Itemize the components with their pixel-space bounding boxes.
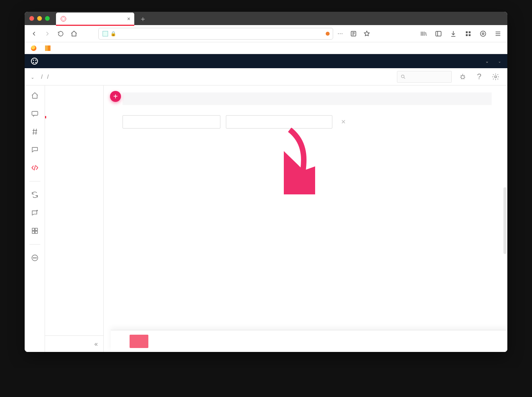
svg-point-7 — [482, 33, 484, 34]
rows-bottom — [123, 132, 492, 136]
svg-rect-13 — [32, 228, 34, 230]
key-input[interactable] — [123, 115, 220, 129]
library-icon[interactable] — [419, 29, 428, 38]
sidenav-getting-started[interactable] — [45, 120, 103, 125]
remove-row-icon[interactable]: ✕ — [341, 118, 346, 125]
grid-icon[interactable] — [463, 29, 473, 38]
help-icon[interactable]: ? — [474, 71, 485, 82]
bookmark-getting-started[interactable] — [31, 45, 39, 51]
rail-notify-icon[interactable] — [29, 207, 40, 218]
dev-dot-icon — [326, 32, 330, 36]
sidenav-configure[interactable] — [45, 114, 103, 120]
rail-sync-icon[interactable] — [29, 189, 40, 200]
svg-rect-16 — [35, 231, 37, 234]
account-selector[interactable]: ⌄ — [31, 74, 34, 80]
browser-toolbar: 🔒 ⋯ — [25, 25, 507, 42]
page-actions-icon[interactable]: ⋯ — [335, 29, 345, 38]
svg-point-9 — [461, 75, 464, 78]
content: + ✕ — [104, 85, 507, 352]
rail-runtime-icon[interactable] — [29, 162, 40, 173]
value-input[interactable] — [226, 115, 332, 129]
sidenav-twiml-bins[interactable] — [45, 169, 103, 175]
console-body: « + ✕ — [25, 85, 507, 352]
sidenav-connect-apps[interactable] — [45, 164, 103, 169]
lock-icon: 🔒 — [110, 31, 116, 36]
sidenav-api-explorer[interactable] — [45, 147, 103, 152]
console-subnav: ⌄ / / ? — [25, 68, 507, 85]
toolbar-right — [419, 29, 503, 38]
rail-hash-icon[interactable] — [29, 126, 40, 137]
minimize-icon[interactable] — [37, 16, 42, 21]
svg-rect-3 — [469, 31, 471, 33]
analytics-icon — [45, 45, 50, 51]
chevron-down-icon: ⌄ — [498, 59, 501, 63]
browser-window: × ＋ 🔒 ⋯ — [25, 12, 507, 352]
rail-more-icon[interactable] — [29, 252, 40, 263]
address-bar[interactable]: 🔒 — [98, 28, 333, 40]
download-icon[interactable] — [449, 29, 458, 38]
svg-rect-11 — [32, 111, 38, 115]
sidenav-assets[interactable] — [45, 129, 103, 135]
forward-button[interactable] — [43, 29, 52, 38]
svg-point-19 — [34, 257, 35, 258]
svg-rect-4 — [466, 34, 468, 36]
chevron-down-icon: ⌄ — [485, 59, 489, 63]
rail-studio-icon[interactable] — [29, 225, 40, 236]
window-titlebar: × ＋ — [25, 12, 507, 25]
sidenav-functions[interactable] — [45, 103, 103, 108]
twilio-logo-icon — [31, 58, 38, 65]
footer-bar — [111, 330, 507, 352]
gear-icon[interactable] — [490, 71, 501, 82]
bookmarks-bar — [25, 42, 507, 54]
save-button[interactable] — [130, 335, 148, 348]
svg-point-20 — [36, 257, 36, 258]
sidenav-overview[interactable] — [45, 97, 103, 103]
sidenav-debugger[interactable] — [45, 136, 103, 141]
svg-rect-15 — [32, 231, 34, 234]
browser-tab[interactable]: × — [56, 13, 134, 26]
sidenav-credentials[interactable] — [45, 158, 103, 164]
site-info-icon[interactable] — [103, 31, 108, 36]
add-button[interactable]: + — [110, 91, 121, 102]
rail-separator — [29, 181, 40, 181]
user-menu[interactable]: ⌄ — [495, 59, 501, 63]
twilio-logo[interactable] — [31, 58, 40, 65]
rows-top — [123, 105, 492, 108]
collapse-sidebar-button[interactable]: « — [45, 335, 103, 352]
home-button[interactable] — [69, 29, 79, 38]
icon-rail — [25, 85, 45, 352]
sidenav-api-keys[interactable] — [45, 153, 103, 158]
traffic-lights — [29, 12, 50, 25]
bookmark-dev-to[interactable] — [45, 45, 53, 51]
reload-button[interactable] — [56, 29, 65, 38]
scrollbar[interactable] — [503, 85, 507, 330]
close-tab-icon[interactable]: × — [127, 16, 130, 22]
reader-icon[interactable] — [349, 29, 358, 38]
new-tab-button[interactable]: ＋ — [137, 13, 148, 25]
sidebar-icon[interactable] — [434, 29, 443, 38]
search-icon — [400, 74, 406, 80]
svg-point-6 — [480, 31, 486, 36]
search-input[interactable] — [397, 71, 452, 83]
sidenav-manage[interactable] — [45, 109, 103, 114]
sidenav: « — [45, 85, 104, 352]
menu-icon[interactable] — [493, 29, 503, 38]
scrollbar-thumb[interactable] — [503, 187, 507, 254]
sidenav-alert-triggers[interactable] — [45, 141, 103, 147]
back-button[interactable] — [29, 29, 39, 38]
rail-separator — [29, 244, 40, 245]
extension-icon[interactable] — [478, 29, 488, 38]
breadcrumb: / / — [40, 74, 49, 80]
rail-chat-icon[interactable] — [29, 144, 40, 155]
debug-icon[interactable] — [457, 71, 468, 82]
firefox-icon — [31, 45, 36, 51]
svg-point-8 — [401, 75, 404, 78]
rail-messaging-icon[interactable] — [29, 108, 40, 119]
star-icon[interactable] — [362, 29, 371, 38]
twilio-favicon-icon — [61, 16, 66, 22]
docs-link[interactable]: ⌄ — [483, 59, 489, 63]
svg-point-12 — [36, 210, 38, 211]
rail-home-icon[interactable] — [29, 90, 40, 101]
close-icon[interactable] — [29, 16, 34, 21]
maximize-icon[interactable] — [45, 16, 50, 21]
